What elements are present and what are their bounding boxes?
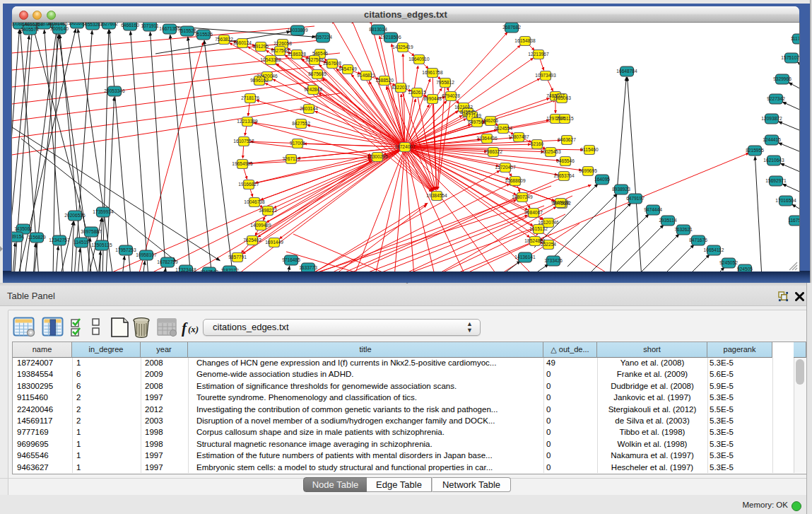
svg-text:19218506: 19218506	[380, 35, 401, 40]
svg-text:1362615: 1362615	[408, 90, 426, 95]
svg-text:18724007: 18724007	[394, 144, 416, 149]
svg-text:1244415: 1244415	[763, 137, 781, 142]
svg-text:15751074: 15751074	[781, 55, 799, 60]
svg-text:20053346: 20053346	[104, 88, 125, 93]
svg-text:1156829: 1156829	[28, 235, 46, 240]
svg-text:2009140: 2009140	[50, 26, 69, 31]
svg-text:10807487: 10807487	[508, 134, 529, 139]
svg-text:18300295: 18300295	[367, 154, 388, 159]
svg-text:30975887: 30975887	[81, 229, 102, 234]
svg-text:546546: 546546	[312, 51, 328, 56]
svg-text:9329966: 9329966	[773, 76, 792, 81]
svg-text:1588520: 1588520	[375, 78, 394, 83]
svg-text:9245052: 9245052	[719, 260, 738, 265]
svg-text:16961758: 16961758	[422, 70, 443, 75]
svg-text:8675685: 8675685	[308, 71, 326, 76]
svg-text:2935114: 2935114	[659, 218, 677, 223]
svg-text:18807249: 18807249	[512, 194, 533, 199]
svg-text:164095: 164095	[594, 177, 610, 182]
svg-text:16154838: 16154838	[514, 38, 536, 43]
svg-text:18640910: 18640910	[408, 57, 430, 62]
svg-text:1985063: 1985063	[553, 95, 571, 100]
svg-text:9716485: 9716485	[282, 257, 300, 262]
svg-text:7357224: 7357224	[314, 35, 332, 40]
svg-text:17957253: 17957253	[115, 247, 136, 252]
svg-text:7632621: 7632621	[674, 227, 693, 232]
svg-text:9242848: 9242848	[304, 87, 322, 92]
svg-text:939154: 939154	[12, 234, 24, 239]
svg-text:14136141: 14136141	[514, 255, 536, 259]
svg-text:f: f	[182, 320, 188, 337]
svg-text:252254: 252254	[541, 242, 556, 247]
svg-text:8990448: 8990448	[423, 96, 442, 101]
svg-text:19166827: 19166827	[238, 182, 259, 187]
svg-text:6479197: 6479197	[626, 196, 645, 201]
svg-text:10654112: 10654112	[704, 247, 724, 252]
svg-text:9446928: 9446928	[551, 200, 570, 205]
svg-text:1342543: 1342543	[200, 269, 218, 271]
svg-text:1691449: 1691449	[265, 240, 283, 245]
svg-text:917006: 917006	[290, 141, 305, 146]
svg-text:8427552: 8427552	[292, 121, 310, 126]
svg-text:7986322: 7986322	[484, 149, 502, 154]
svg-text:8186328: 8186328	[288, 52, 306, 57]
svg-text:10973493: 10973493	[535, 73, 556, 78]
svg-text:12213967: 12213967	[528, 52, 549, 57]
svg-text:16107552: 16107552	[233, 139, 254, 144]
svg-text:16120746: 16120746	[538, 220, 559, 225]
svg-text:2226058: 2226058	[273, 41, 292, 46]
svg-text:9115460: 9115460	[580, 147, 599, 152]
svg-text:9896162: 9896162	[250, 78, 269, 83]
svg-text:7955812: 7955812	[436, 80, 454, 85]
svg-text:10688609: 10688609	[505, 178, 526, 183]
svg-text:19384554: 19384554	[426, 193, 447, 198]
svg-text:114519: 114519	[73, 240, 89, 245]
svg-text:17359934: 17359934	[93, 209, 114, 214]
svg-text:7563822: 7563822	[215, 37, 233, 42]
svg-text:14099489: 14099489	[250, 223, 271, 228]
svg-text:10543382: 10543382	[260, 57, 281, 62]
svg-text:19653764: 19653764	[553, 173, 575, 178]
svg-text:8660124: 8660124	[233, 40, 252, 45]
svg-text:10025453: 10025453	[540, 149, 561, 154]
svg-text:8471676: 8471676	[689, 238, 707, 243]
svg-text:21364436: 21364436	[476, 136, 498, 141]
svg-text:116753: 116753	[788, 218, 799, 223]
svg-text:9857791: 9857791	[228, 255, 247, 259]
svg-text:9474444: 9474444	[644, 207, 662, 212]
svg-text:8322037: 8322037	[392, 85, 410, 90]
svg-text:10958107: 10958107	[136, 252, 157, 257]
svg-text:9465546: 9465546	[556, 158, 575, 163]
svg-text:7515526: 7515526	[194, 32, 213, 37]
svg-text:1117394: 1117394	[791, 36, 799, 41]
svg-text:9699695: 9699695	[579, 168, 597, 173]
svg-text:16671355: 16671355	[159, 26, 180, 31]
svg-text:9146821: 9146821	[357, 73, 375, 78]
svg-text:15720407: 15720407	[495, 165, 516, 170]
svg-text:1405571: 1405571	[20, 27, 39, 32]
svg-text:891295: 891295	[253, 44, 269, 49]
svg-text:2803144: 2803144	[300, 106, 318, 111]
svg-text:17016504: 17016504	[775, 198, 796, 203]
svg-text:8215955: 8215955	[746, 148, 764, 153]
svg-text:2867608: 2867608	[323, 61, 341, 66]
svg-text:16210643: 16210643	[763, 158, 784, 163]
svg-text:9327506: 9327506	[271, 48, 289, 53]
svg-text:2687682: 2687682	[502, 25, 521, 30]
svg-text:1633773: 1633773	[299, 265, 317, 270]
svg-text:12213389: 12213389	[237, 119, 258, 124]
svg-text:6794028: 6794028	[442, 93, 460, 98]
svg-text:16033809: 16033809	[287, 28, 308, 33]
svg-text:3267110: 3267110	[282, 156, 300, 161]
svg-text:9084067: 9084067	[524, 210, 543, 215]
svg-text:924505: 924505	[737, 267, 753, 271]
svg-text:62160: 62160	[531, 141, 544, 146]
svg-text:9227342: 9227342	[767, 96, 785, 101]
svg-text:12505135: 12505135	[91, 243, 112, 247]
svg-text:19654985: 19654985	[232, 161, 253, 166]
svg-text:15692971: 15692971	[765, 178, 787, 183]
svg-text:1435061: 1435061	[14, 226, 33, 231]
svg-text:(x): (x)	[188, 324, 199, 334]
svg-text:1187072: 1187072	[220, 268, 239, 271]
svg-text:10046738: 10046738	[244, 199, 265, 204]
